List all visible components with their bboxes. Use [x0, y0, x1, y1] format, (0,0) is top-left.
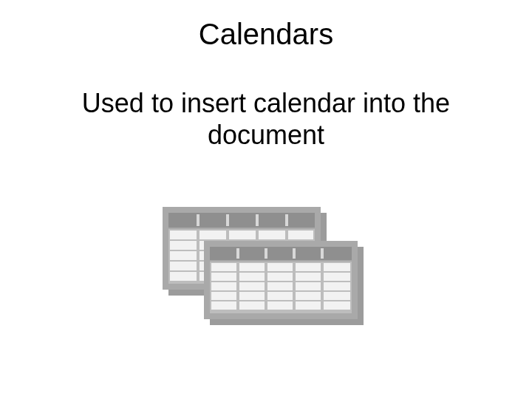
- svg-rect-56: [296, 282, 321, 290]
- svg-rect-53: [211, 282, 236, 290]
- svg-rect-43: [211, 263, 236, 271]
- calendar-tables-icon: [163, 207, 369, 340]
- svg-rect-55: [267, 282, 293, 290]
- svg-rect-29: [170, 272, 197, 281]
- svg-rect-9: [170, 231, 197, 239]
- svg-rect-62: [324, 292, 350, 300]
- svg-rect-47: [324, 263, 350, 271]
- svg-rect-58: [211, 292, 236, 300]
- svg-rect-12: [259, 231, 285, 239]
- svg-rect-10: [200, 231, 226, 239]
- svg-rect-48: [211, 273, 236, 281]
- slide-title: Calendars: [0, 18, 532, 51]
- slide: Calendars Used to insert calendar into t…: [0, 0, 532, 399]
- svg-rect-13: [288, 231, 313, 239]
- svg-rect-65: [267, 301, 293, 310]
- svg-rect-41: [321, 248, 324, 259]
- svg-rect-64: [239, 301, 265, 310]
- svg-rect-4: [197, 214, 200, 226]
- svg-rect-54: [239, 282, 265, 290]
- svg-rect-11: [229, 231, 256, 239]
- svg-rect-52: [324, 273, 350, 281]
- svg-rect-46: [296, 263, 321, 271]
- svg-rect-66: [296, 301, 321, 310]
- svg-rect-37: [210, 247, 352, 260]
- svg-rect-6: [256, 214, 259, 226]
- svg-rect-24: [170, 262, 197, 270]
- svg-rect-45: [267, 263, 293, 271]
- svg-rect-3: [168, 213, 315, 228]
- svg-rect-60: [267, 292, 293, 300]
- svg-rect-51: [296, 273, 321, 281]
- svg-rect-59: [239, 292, 265, 300]
- svg-rect-38: [236, 248, 239, 259]
- svg-rect-19: [170, 251, 197, 260]
- svg-rect-57: [324, 282, 350, 290]
- svg-rect-7: [285, 214, 288, 226]
- slide-subtitle: Used to insert calendar into the documen…: [44, 87, 488, 151]
- svg-rect-49: [239, 273, 265, 281]
- svg-rect-39: [265, 248, 267, 259]
- svg-rect-44: [239, 263, 265, 271]
- svg-rect-50: [267, 273, 293, 281]
- svg-rect-63: [211, 301, 236, 310]
- svg-rect-61: [296, 292, 321, 300]
- svg-rect-5: [226, 214, 229, 226]
- svg-rect-67: [324, 301, 350, 310]
- svg-rect-40: [293, 248, 296, 259]
- svg-rect-14: [170, 241, 197, 250]
